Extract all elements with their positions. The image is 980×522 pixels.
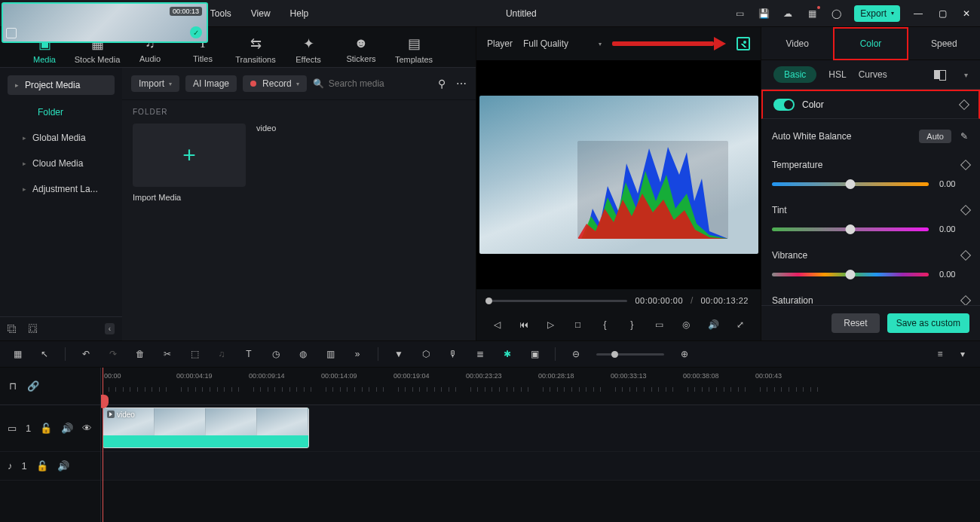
sidebar-global-media[interactable]: Global Media bbox=[0, 125, 122, 151]
mixer-icon[interactable]: ≣ bbox=[473, 349, 487, 359]
maximize-button[interactable]: ▢ bbox=[936, 8, 948, 20]
shield-icon[interactable]: ⬡ bbox=[419, 349, 433, 359]
vibrance-value[interactable]: 0.00 bbox=[939, 270, 969, 279]
video-clip-tile[interactable]: 00:00:13 ✓ video bbox=[256, 124, 369, 202]
settings-caret-icon[interactable]: ▾ bbox=[956, 349, 969, 359]
zoom-slider[interactable] bbox=[596, 353, 664, 356]
import-media-tile[interactable]: + Import Media bbox=[133, 124, 246, 202]
camera-icon[interactable]: ◎ bbox=[678, 316, 694, 333]
new-folder-icon[interactable]: ⿻ bbox=[8, 324, 17, 334]
temperature-value[interactable]: 0.00 bbox=[939, 179, 969, 188]
menu-view[interactable]: View bbox=[251, 8, 271, 19]
tab-color[interactable]: Color bbox=[833, 27, 908, 60]
stop-button[interactable]: ◁ bbox=[488, 316, 505, 333]
menu-help[interactable]: Help bbox=[290, 8, 309, 19]
zoom-in-icon[interactable]: ⊕ bbox=[678, 349, 691, 359]
fullscreen-icon[interactable]: ⤢ bbox=[732, 316, 749, 333]
more-icon[interactable]: ⋯ bbox=[456, 78, 467, 90]
crop-icon[interactable]: ⬚ bbox=[188, 349, 201, 359]
mic-icon[interactable]: 🎙 bbox=[446, 349, 460, 359]
vibrance-slider[interactable] bbox=[772, 273, 929, 276]
screen-icon[interactable]: ▭ bbox=[651, 316, 667, 333]
keyframe-icon[interactable] bbox=[960, 160, 971, 170]
subtab-basic[interactable]: Basic bbox=[773, 66, 816, 83]
color-toggle[interactable] bbox=[773, 99, 795, 111]
tab-templates[interactable]: ▤Templates bbox=[387, 32, 440, 67]
keyframe-icon[interactable] bbox=[960, 205, 971, 215]
undo-icon[interactable]: ↶ bbox=[79, 349, 93, 359]
mute-icon[interactable]: 🔊 bbox=[61, 423, 73, 434]
tab-effects[interactable]: ✦Effects bbox=[282, 32, 335, 67]
tab-stickers[interactable]: ☻Stickers bbox=[335, 32, 387, 67]
eye-icon[interactable]: 👁 bbox=[82, 423, 92, 434]
link-icon[interactable]: 🔗 bbox=[27, 380, 39, 392]
close-button[interactable]: ✕ bbox=[960, 8, 972, 20]
compare-icon[interactable] bbox=[934, 70, 946, 79]
device-icon[interactable]: ▭ bbox=[733, 8, 746, 20]
import-dropdown[interactable]: Import▾ bbox=[131, 75, 179, 92]
lock-icon[interactable]: 🔓 bbox=[36, 460, 48, 472]
new-bin-icon[interactable]: ⿴ bbox=[29, 324, 38, 334]
grid-icon[interactable]: ▦ bbox=[11, 349, 24, 359]
subtab-curves[interactable]: Curves bbox=[859, 69, 887, 80]
record-dropdown[interactable]: Record▾ bbox=[243, 75, 307, 92]
tab-video[interactable]: Video bbox=[761, 27, 833, 60]
speed-icon[interactable]: ◷ bbox=[269, 349, 283, 359]
magnet-icon[interactable]: ⊓ bbox=[9, 380, 17, 392]
volume-icon[interactable]: 🔊 bbox=[705, 316, 721, 333]
text-icon[interactable]: T bbox=[242, 349, 256, 359]
tint-slider[interactable] bbox=[772, 227, 929, 231]
filter-icon[interactable]: ⚲ bbox=[438, 78, 446, 90]
redo-icon[interactable]: ↷ bbox=[106, 349, 120, 359]
mark-in-button[interactable]: { bbox=[597, 316, 614, 333]
keyframe-icon[interactable] bbox=[959, 99, 969, 110]
video-track-header[interactable]: ▭ 1 🔓 🔊 👁 bbox=[0, 405, 100, 452]
lock-icon[interactable]: 🔓 bbox=[40, 423, 52, 434]
snapshot-icon[interactable] bbox=[737, 37, 750, 50]
color-section-header[interactable]: Color bbox=[761, 90, 980, 119]
subtab-more-icon[interactable]: ▾ bbox=[964, 71, 968, 79]
list-icon[interactable]: ≡ bbox=[933, 349, 947, 359]
pointer-icon[interactable]: ↖ bbox=[38, 349, 51, 359]
play-button[interactable]: ▷ bbox=[543, 316, 559, 333]
sidebar-cloud-media[interactable]: Cloud Media bbox=[0, 151, 122, 176]
audio-track[interactable] bbox=[101, 452, 980, 481]
mark-out-button[interactable]: } bbox=[623, 316, 640, 333]
quality-dropdown[interactable]: Full Quality▾ bbox=[523, 38, 602, 49]
playhead[interactable] bbox=[103, 368, 103, 522]
video-track[interactable]: video bbox=[101, 405, 980, 452]
reset-button[interactable]: Reset bbox=[831, 313, 879, 333]
search-media[interactable]: 🔍 bbox=[313, 78, 427, 89]
music-icon[interactable]: ♫ bbox=[215, 349, 228, 359]
color-icon[interactable]: ◍ bbox=[296, 349, 310, 359]
zoom-out-icon[interactable]: ⊖ bbox=[569, 349, 583, 359]
eyedropper-icon[interactable]: ✎ bbox=[959, 131, 969, 142]
cloud-icon[interactable]: ☁ bbox=[782, 8, 794, 20]
tab-transitions[interactable]: ⇆Transitions bbox=[229, 32, 282, 67]
adjust-icon[interactable]: ▥ bbox=[323, 349, 337, 359]
delete-icon[interactable]: 🗑 bbox=[133, 349, 147, 359]
cut-icon[interactable]: ✂ bbox=[161, 349, 174, 359]
folder-label[interactable]: Folder bbox=[0, 99, 122, 125]
search-input[interactable] bbox=[329, 78, 419, 89]
preview-viewport[interactable] bbox=[476, 60, 761, 289]
timeline-body[interactable]: 00:0000:00:04:1900:00:09:1400:00:14:0900… bbox=[101, 368, 980, 522]
ai-image-button[interactable]: AI Image bbox=[185, 75, 237, 92]
timeline-ruler[interactable]: 00:0000:00:04:1900:00:09:1400:00:14:0900… bbox=[101, 368, 980, 405]
more-tools-icon[interactable]: » bbox=[351, 349, 364, 359]
save-custom-button[interactable]: Save as custom bbox=[887, 313, 969, 333]
project-media-button[interactable]: Project Media bbox=[8, 75, 115, 95]
stop-square-button[interactable]: □ bbox=[570, 316, 586, 333]
audio-track-header[interactable]: ♪ 1 🔓 🔊 bbox=[0, 452, 100, 481]
tint-value[interactable]: 0.00 bbox=[939, 224, 969, 234]
minimize-button[interactable]: — bbox=[912, 8, 924, 20]
frame-icon[interactable]: ▣ bbox=[528, 349, 541, 359]
keyframe-icon[interactable] bbox=[960, 250, 971, 261]
timeline-clip[interactable]: video bbox=[103, 408, 309, 448]
smart-icon[interactable]: ✱ bbox=[501, 349, 514, 359]
apps-icon[interactable]: ▦ bbox=[806, 8, 818, 20]
export-button[interactable]: Export▾ bbox=[854, 5, 900, 22]
temperature-slider[interactable] bbox=[772, 182, 929, 186]
awb-auto-button[interactable]: Auto bbox=[919, 130, 951, 143]
marker-icon[interactable]: ▼ bbox=[392, 349, 406, 359]
